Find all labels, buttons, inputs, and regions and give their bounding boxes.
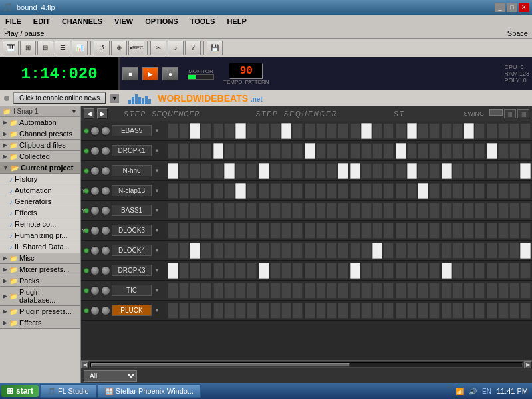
step-btn[interactable] bbox=[396, 243, 406, 259]
step-btn[interactable] bbox=[281, 183, 292, 199]
step-btn[interactable] bbox=[292, 223, 303, 239]
step-btn[interactable] bbox=[281, 143, 292, 159]
step-btn[interactable] bbox=[213, 243, 224, 259]
step-btn[interactable] bbox=[316, 203, 327, 219]
step-btn[interactable] bbox=[509, 123, 520, 139]
step-btn[interactable] bbox=[327, 243, 337, 259]
step-btn[interactable] bbox=[224, 263, 235, 279]
step-btn[interactable] bbox=[372, 183, 383, 199]
transport-stop-btn[interactable]: ■ bbox=[122, 67, 138, 80]
step-btn[interactable] bbox=[327, 283, 337, 299]
step-btn[interactable] bbox=[520, 263, 531, 279]
step-btn[interactable] bbox=[475, 223, 485, 239]
step-btn[interactable] bbox=[418, 243, 428, 259]
step-btn[interactable] bbox=[442, 143, 452, 159]
start-button[interactable]: ⊞ start bbox=[1, 385, 39, 397]
step-btn[interactable] bbox=[305, 243, 315, 259]
step-btn[interactable] bbox=[429, 263, 440, 279]
step-btn[interactable] bbox=[361, 243, 372, 259]
step-btn[interactable] bbox=[350, 303, 361, 319]
step-btn[interactable] bbox=[464, 303, 474, 319]
step-btn[interactable] bbox=[235, 243, 246, 259]
step-btn[interactable] bbox=[361, 163, 372, 179]
step-btn[interactable] bbox=[270, 183, 281, 199]
step-btn[interactable] bbox=[213, 303, 224, 319]
step-btn[interactable] bbox=[429, 303, 440, 319]
step-btn[interactable] bbox=[224, 183, 235, 199]
step-btn[interactable] bbox=[464, 223, 474, 239]
tb-play-btn[interactable]: ↺ bbox=[94, 41, 110, 55]
step-btn[interactable] bbox=[396, 223, 406, 239]
track-pan-knob[interactable] bbox=[101, 146, 110, 156]
step-btn[interactable] bbox=[259, 243, 269, 259]
step-btn[interactable] bbox=[190, 303, 200, 319]
step-btn[interactable] bbox=[396, 303, 406, 319]
minimize-btn[interactable]: _ bbox=[495, 3, 505, 12]
step-btn[interactable] bbox=[338, 223, 348, 239]
sidebar-item-collected[interactable]: ▶ 📁 Collected bbox=[0, 151, 80, 162]
step-btn[interactable] bbox=[270, 203, 281, 219]
step-btn[interactable] bbox=[213, 203, 224, 219]
track-name[interactable]: N-clap13 bbox=[112, 185, 152, 196]
scroll-left-btn[interactable]: ◀ bbox=[81, 361, 89, 369]
step-btn[interactable] bbox=[520, 143, 531, 159]
menu-help[interactable]: HELP bbox=[224, 17, 249, 26]
track-pan-knob[interactable] bbox=[101, 246, 110, 255]
track-led[interactable] bbox=[84, 288, 89, 293]
step-btn[interactable] bbox=[213, 283, 224, 299]
step-btn[interactable] bbox=[464, 183, 474, 199]
step-btn[interactable] bbox=[281, 263, 292, 279]
step-btn[interactable] bbox=[247, 123, 257, 139]
step-btn[interactable] bbox=[396, 203, 406, 219]
track-pan-knob[interactable] bbox=[101, 206, 110, 215]
step-btn[interactable] bbox=[418, 283, 428, 299]
step-btn[interactable] bbox=[292, 163, 303, 179]
step-btn[interactable] bbox=[350, 283, 361, 299]
step-btn[interactable] bbox=[259, 163, 269, 179]
step-btn[interactable] bbox=[452, 143, 463, 159]
step-btn[interactable] bbox=[498, 123, 509, 139]
step-btn[interactable] bbox=[498, 263, 509, 279]
step-btn[interactable] bbox=[247, 283, 257, 299]
step-btn[interactable] bbox=[350, 203, 361, 219]
scroll-right-btn[interactable]: ▶ bbox=[524, 361, 532, 369]
step-btn[interactable] bbox=[179, 283, 190, 299]
step-btn[interactable] bbox=[396, 263, 406, 279]
scroll-track[interactable] bbox=[90, 362, 523, 368]
menu-view[interactable]: VIEW bbox=[112, 17, 136, 26]
menu-edit[interactable]: EDIT bbox=[31, 17, 53, 26]
step-btn[interactable] bbox=[235, 263, 246, 279]
step-btn[interactable] bbox=[429, 163, 440, 179]
news-enable-btn[interactable]: Click to enable online news bbox=[13, 92, 106, 104]
step-btn[interactable] bbox=[235, 163, 246, 179]
step-btn[interactable] bbox=[292, 183, 303, 199]
step-btn[interactable] bbox=[224, 203, 235, 219]
step-btn[interactable] bbox=[224, 303, 235, 319]
step-btn[interactable] bbox=[190, 263, 200, 279]
step-btn[interactable] bbox=[361, 303, 372, 319]
step-btn[interactable] bbox=[259, 203, 269, 219]
sidebar-item-plugin-database[interactable]: ▶ 📁 Plugin database... bbox=[0, 287, 80, 306]
track-pan-knob[interactable] bbox=[101, 186, 110, 196]
step-btn[interactable] bbox=[201, 223, 211, 239]
step-btn[interactable] bbox=[259, 123, 269, 139]
step-btn[interactable] bbox=[247, 183, 257, 199]
step-btn[interactable] bbox=[190, 223, 200, 239]
step-btn[interactable] bbox=[509, 163, 520, 179]
step-btn[interactable] bbox=[179, 123, 190, 139]
track-led[interactable] bbox=[84, 128, 89, 134]
menu-tools[interactable]: TOOLS bbox=[188, 17, 218, 26]
sidebar-item-effects[interactable]: ♪ Effects bbox=[0, 207, 80, 219]
step-btn[interactable] bbox=[383, 223, 394, 239]
track-name[interactable]: EBAS5 bbox=[112, 125, 152, 136]
step-btn[interactable] bbox=[452, 303, 463, 319]
sidebar-item-packs[interactable]: ▶ 📁 Packs bbox=[0, 275, 80, 287]
step-btn[interactable] bbox=[407, 283, 418, 299]
step-btn[interactable] bbox=[247, 223, 257, 239]
step-btn[interactable] bbox=[224, 223, 235, 239]
tb-record-btn[interactable]: ●REC bbox=[128, 41, 144, 55]
step-btn[interactable] bbox=[224, 283, 235, 299]
step-btn[interactable] bbox=[235, 143, 246, 159]
step-btn[interactable] bbox=[520, 203, 531, 219]
step-btn[interactable] bbox=[168, 143, 178, 159]
